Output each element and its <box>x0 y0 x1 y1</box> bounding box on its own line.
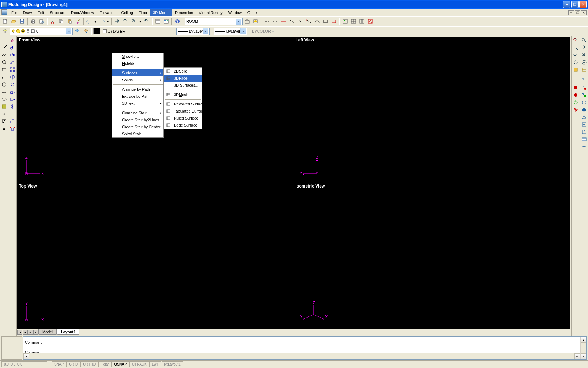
copy-obj-button[interactable] <box>9 44 16 51</box>
linetype-4[interactable] <box>288 18 296 25</box>
stretch-button[interactable] <box>9 96 16 103</box>
status-lwt[interactable]: LWT <box>149 361 161 367</box>
menuitem-3d-text[interactable]: 3D Text <box>112 100 163 107</box>
coordinate-display[interactable]: 0.0, 0.0, 0.0 <box>1 361 47 367</box>
orbit-free-button[interactable] <box>572 106 579 113</box>
linetype-1[interactable] <box>263 18 271 25</box>
tab-layout1[interactable]: Layout1 <box>57 329 79 335</box>
menuitem-spiral-stair---[interactable]: Spiral Stair... <box>112 130 163 137</box>
bycolor-dropdown[interactable]: BYCOLOR <box>251 28 277 35</box>
ucs-button[interactable] <box>572 77 579 84</box>
menuitem-3d-mesh[interactable]: 3D Mesh <box>164 91 202 98</box>
tab-next-button[interactable]: ► <box>28 330 33 335</box>
orbit-button[interactable] <box>572 99 579 106</box>
menu-3dmodel[interactable]: 3D Model <box>150 9 172 16</box>
offset-button[interactable] <box>9 59 16 66</box>
xline-button[interactable] <box>1 44 8 51</box>
tab-last-button[interactable]: ►| <box>33 330 38 335</box>
menuitem-hidelib[interactable]: Hidelib <box>112 60 163 67</box>
undo-button[interactable] <box>85 18 93 25</box>
ucs-y[interactable] <box>581 91 588 98</box>
move-button[interactable] <box>9 74 16 81</box>
zoom-window-button[interactable] <box>130 18 138 25</box>
zoom-out-r[interactable] <box>581 44 588 51</box>
viewport-top[interactable]: Top View XY <box>18 183 294 329</box>
properties-button[interactable] <box>154 18 162 25</box>
help-button[interactable]: ? <box>174 18 181 25</box>
redo-button[interactable] <box>98 18 106 25</box>
ucs-x[interactable] <box>581 84 588 91</box>
status-osnap[interactable]: OSNAP <box>112 361 130 367</box>
mdi-close-button[interactable]: ✕ <box>581 10 587 15</box>
command-hscroll[interactable]: ◄ ► <box>23 353 580 359</box>
menuitem-2d-solid[interactable]: 2D Solid <box>164 68 202 75</box>
ucs-origin[interactable] <box>581 143 588 150</box>
status-polar[interactable]: Polar <box>98 361 111 367</box>
mdi-minimize-button[interactable]: ━ <box>568 10 574 15</box>
view-tool-1[interactable] <box>341 18 349 25</box>
print-button[interactable] <box>29 18 37 25</box>
mirror-button[interactable] <box>9 52 16 59</box>
erase-button[interactable] <box>9 37 16 44</box>
linetype-dropdown[interactable]: ByLayer <box>176 28 210 35</box>
status-ortho[interactable]: ORTHO <box>80 361 98 367</box>
menuitem-3d-surfaces---[interactable]: 3D Surfaces... <box>164 82 202 89</box>
menuitem-create-stair-by-center-line[interactable]: Create Stair by Center Line <box>112 123 163 130</box>
menu-structure[interactable]: Structure <box>47 9 68 16</box>
hatch-button[interactable] <box>1 118 8 125</box>
status-otrack[interactable]: OTRACK <box>130 361 149 367</box>
tab-first-button[interactable]: |◄ <box>18 330 22 335</box>
menu-elevation[interactable]: Elevation <box>97 9 118 16</box>
command-grip[interactable] <box>1 336 22 360</box>
block-button[interactable] <box>1 103 8 110</box>
menu-other[interactable]: Other <box>245 9 260 16</box>
menu-dimension[interactable]: Dimension <box>172 9 196 16</box>
ucs-obj[interactable] <box>581 114 588 121</box>
linetype-3[interactable] <box>280 18 287 25</box>
maximize-button[interactable]: ❐ <box>571 1 579 8</box>
room-dropdown[interactable]: ROOM <box>185 18 243 25</box>
zoom-all-r[interactable] <box>572 59 579 66</box>
menuitem-arrange-by-path[interactable]: Arrange by Path <box>112 86 163 93</box>
viewport-area[interactable]: Front View XZ Left View YZ Top Vie <box>18 37 570 329</box>
linetype-6[interactable] <box>305 18 313 25</box>
layer-on-button[interactable] <box>74 27 81 35</box>
room-tool-1[interactable] <box>243 18 251 25</box>
zoom-realtime-button[interactable] <box>122 18 130 25</box>
menuitem-showlib---[interactable]: Showlib... <box>112 53 163 60</box>
fillet-button[interactable] <box>9 118 16 125</box>
zoom-dyn-r[interactable] <box>581 37 588 44</box>
menuitem-revolved-surface[interactable]: Revolved Surface <box>164 101 202 108</box>
menu-edit[interactable]: Edit <box>35 9 47 16</box>
menuitem-extrude-by-path[interactable]: Extrude by Path <box>112 93 163 100</box>
ucs-world[interactable] <box>581 77 588 84</box>
layer-prev-button[interactable] <box>82 27 90 35</box>
match-props-button[interactable] <box>74 18 82 25</box>
cut-button[interactable] <box>49 18 57 25</box>
command-input[interactable]: Command: Command: ▲ ▼ ◄ ► <box>23 336 587 360</box>
text-button[interactable]: A <box>1 125 8 132</box>
spline-button[interactable] <box>1 88 8 95</box>
view-tool-2[interactable] <box>350 18 357 25</box>
new-button[interactable] <box>1 18 9 25</box>
menuitem-3d-face[interactable]: 3D Face <box>164 75 202 82</box>
explode-button[interactable] <box>9 125 16 132</box>
color-button[interactable] <box>93 27 101 35</box>
lineweight-dropdown[interactable]: ByLayer <box>214 28 247 35</box>
pan-realtime-button[interactable] <box>113 18 121 25</box>
menu-file[interactable]: File <box>8 9 20 16</box>
circle-button[interactable] <box>1 81 8 88</box>
zoom-scale-r[interactable] <box>581 52 588 59</box>
tab-prev-button[interactable]: ◄ <box>23 330 28 335</box>
mdi-restore-button[interactable]: ❐ <box>575 10 580 15</box>
ucs-prev[interactable]: ↻ <box>581 128 588 135</box>
pline-button[interactable] <box>1 52 8 59</box>
point-button[interactable] <box>1 110 8 117</box>
zoom-extents-r[interactable] <box>572 52 579 59</box>
polygon-button[interactable] <box>1 59 8 66</box>
rotate-button[interactable] <box>9 81 16 88</box>
zoom-center-r[interactable] <box>581 59 588 66</box>
redo-dropdown[interactable]: ▾ <box>106 18 110 25</box>
view-button-1[interactable] <box>572 84 579 91</box>
menuitem-combine-stair[interactable]: Combine Stair <box>112 109 163 116</box>
